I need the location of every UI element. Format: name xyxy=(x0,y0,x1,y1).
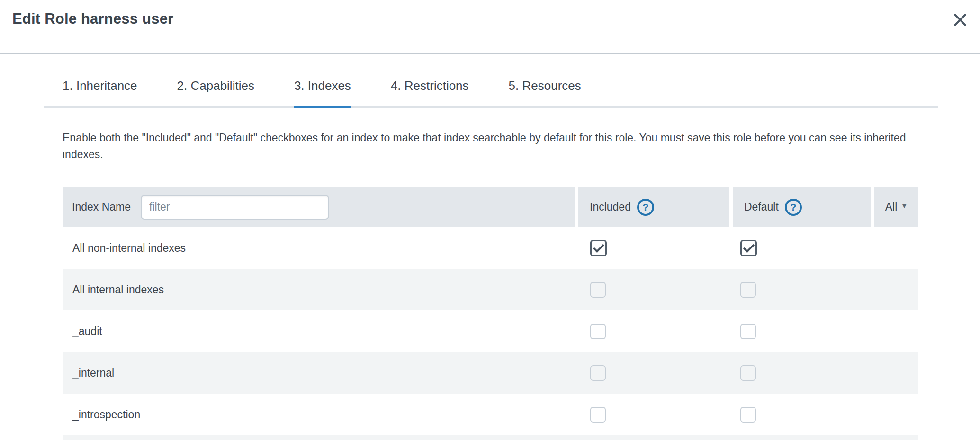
tab-inheritance[interactable]: 1. Inheritance xyxy=(63,79,137,108)
indexes-help-text: Enable both the "Included" and "Default"… xyxy=(63,130,913,163)
index-name: All internal indexes xyxy=(63,283,578,296)
included-header-label: Included xyxy=(590,201,631,213)
step-tabs: 1. Inheritance 2. Capabilities 3. Indexe… xyxy=(44,54,938,108)
tab-capabilities[interactable]: 2. Capabilities xyxy=(177,79,254,108)
included-header-cell: Included ? xyxy=(578,187,729,227)
default-checkbox[interactable] xyxy=(740,407,756,423)
dialog-body: 1. Inheritance 2. Capabilities 3. Indexe… xyxy=(44,54,938,440)
included-checkbox[interactable] xyxy=(590,407,606,423)
index-filter-input[interactable] xyxy=(141,195,329,220)
default-checkbox[interactable] xyxy=(740,240,757,256)
dialog-title: Edit Role harness user xyxy=(12,10,173,27)
all-dropdown[interactable]: All ▼ xyxy=(874,187,918,227)
index-name: _introspection xyxy=(63,408,578,421)
index-name-header-label: Index Name xyxy=(72,201,131,213)
index-name-header-cell: Index Name xyxy=(63,187,575,227)
included-checkbox[interactable] xyxy=(590,324,606,339)
default-header-cell: Default ? xyxy=(733,187,871,227)
dialog-header: Edit Role harness user xyxy=(0,0,980,54)
default-help-icon[interactable]: ? xyxy=(785,199,802,216)
default-checkbox[interactable] xyxy=(740,282,756,298)
default-checkbox[interactable] xyxy=(740,365,756,381)
included-checkbox[interactable] xyxy=(590,282,606,298)
table-row: _introspection xyxy=(63,394,918,435)
included-help-icon[interactable]: ? xyxy=(637,199,654,216)
close-icon[interactable] xyxy=(950,9,971,30)
included-checkbox[interactable] xyxy=(590,365,606,381)
tab-resources[interactable]: 5. Resources xyxy=(509,79,581,108)
table-header: Index Name Included ? Default ? All ▼ xyxy=(63,187,918,227)
indexes-table: Index Name Included ? Default ? All ▼ Al… xyxy=(63,187,918,440)
next-row-partial xyxy=(63,435,918,440)
table-row: All non-internal indexes xyxy=(63,227,918,269)
table-row: All internal indexes xyxy=(63,269,918,310)
index-name: _audit xyxy=(63,325,578,338)
tab-restrictions[interactable]: 4. Restrictions xyxy=(391,79,469,108)
included-checkbox[interactable] xyxy=(590,240,607,256)
table-row: _audit xyxy=(63,310,918,352)
table-row: _internal xyxy=(63,352,918,394)
default-checkbox[interactable] xyxy=(740,324,756,339)
chevron-down-icon: ▼ xyxy=(901,202,908,210)
index-name: All non-internal indexes xyxy=(63,242,578,255)
index-name: _internal xyxy=(63,367,578,379)
tab-indexes[interactable]: 3. Indexes xyxy=(294,79,351,108)
default-header-label: Default xyxy=(744,201,779,213)
all-dropdown-label: All xyxy=(885,201,898,213)
